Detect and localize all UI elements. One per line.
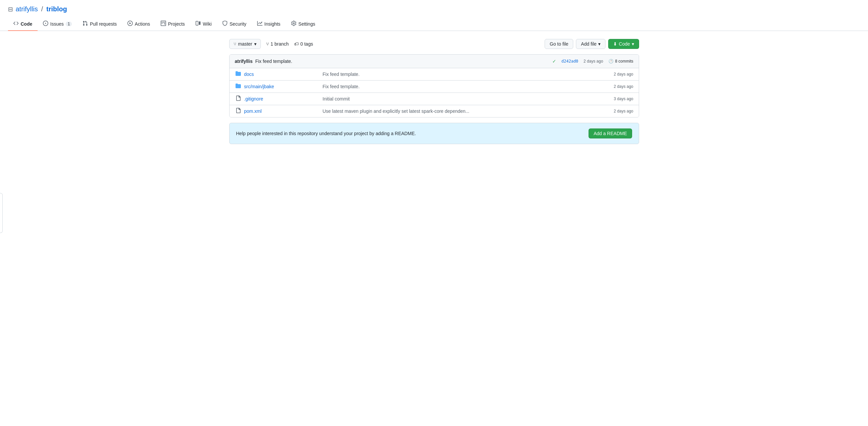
add-file-chevron-icon: ▾ — [598, 41, 600, 47]
commit-sha-link[interactable]: d242ad0 — [562, 59, 579, 64]
tag-count-link[interactable]: 🏷 0 tags — [294, 41, 313, 47]
file-time: 2 days ago — [593, 109, 633, 114]
commit-time: 2 days ago — [584, 59, 603, 64]
projects-tab-label: Projects — [168, 21, 185, 27]
projects-tab-icon — [161, 21, 166, 27]
chevron-down-icon: ▾ — [254, 41, 256, 47]
code-label: Code — [619, 41, 630, 47]
repo-owner-link[interactable]: atrifyllis — [16, 5, 38, 13]
pull-requests-tab-icon — [83, 21, 88, 27]
commits-count-link[interactable]: 🕐 8 commits — [609, 59, 633, 64]
table-row: .gitignore Initial commit 3 days ago — [229, 93, 639, 105]
file-time: 2 days ago — [593, 84, 633, 89]
tab-security[interactable]: Security — [217, 17, 252, 31]
file-icon — [235, 108, 242, 115]
file-commit-message: Fix feed template. — [317, 71, 593, 77]
folder-icon — [235, 83, 242, 90]
branch-selector[interactable]: ⑂ master ▾ — [229, 39, 261, 49]
security-tab-label: Security — [229, 21, 247, 27]
settings-tab-icon — [291, 21, 297, 27]
issues-tab-badge: 1 — [66, 22, 72, 26]
file-name-link[interactable]: docs — [244, 71, 317, 77]
security-tab-icon — [222, 21, 227, 27]
issues-tab-icon — [43, 21, 48, 27]
readme-banner-text: Help people interested in this repositor… — [236, 131, 416, 136]
code-tab-icon — [13, 21, 19, 27]
file-commit-message: Fix feed template. — [317, 84, 593, 89]
branch-icon: ⑂ — [234, 41, 236, 47]
wiki-tab-icon — [196, 21, 201, 27]
code-button[interactable]: ⬇ Code ▾ — [608, 39, 639, 49]
tab-code[interactable]: Code — [8, 17, 38, 31]
insights-tab-label: Insights — [265, 21, 280, 27]
file-time: 2 days ago — [593, 72, 633, 77]
actions-tab-label: Actions — [135, 21, 150, 27]
add-readme-button[interactable]: Add a README — [589, 128, 632, 139]
file-commit-message: Initial commit — [317, 96, 593, 101]
commit-message: Fix feed template. — [255, 59, 292, 64]
file-commit-message: Use latest maven plugin and explicitly s… — [317, 109, 593, 114]
repo-name-link[interactable]: triblog — [46, 5, 67, 13]
file-name-link[interactable]: pom.xml — [244, 109, 317, 114]
file-icon — [235, 95, 242, 102]
insights-tab-icon — [257, 21, 262, 27]
repo-toolbar: ⑂ master ▾ ⑂ 1 branch 🏷 0 tags Go to fil… — [229, 39, 639, 49]
branch-count-text: 1 branch — [271, 41, 288, 47]
readme-banner: Help people interested in this repositor… — [229, 123, 639, 144]
branch-count-link[interactable]: ⑂ 1 branch — [266, 41, 288, 47]
commit-header: atrifyllis Fix feed template. ✓ d242ad0 … — [229, 55, 639, 68]
commit-author[interactable]: atrifyllis — [235, 59, 253, 64]
code-tab-label: Code — [21, 21, 32, 27]
pull-requests-tab-label: Pull requests — [90, 21, 117, 27]
actions-tab-icon — [127, 21, 133, 27]
issues-tab-label: Issues — [50, 21, 64, 27]
commits-count-text: 8 commits — [615, 59, 633, 64]
table-row: src/main/jbake Fix feed template. 2 days… — [229, 81, 639, 93]
repo-separator: / — [41, 5, 43, 13]
file-name-link[interactable]: src/main/jbake — [244, 84, 317, 89]
add-file-label: Add file — [581, 41, 596, 47]
tab-pull-requests[interactable]: Pull requests — [77, 17, 122, 31]
repo-icon: ⊟ — [8, 6, 13, 13]
go-to-file-button[interactable]: Go to file — [545, 39, 573, 49]
file-time: 3 days ago — [593, 96, 633, 101]
folder-icon — [235, 71, 242, 78]
tab-issues[interactable]: Issues 1 — [38, 17, 77, 31]
add-file-button[interactable]: Add file ▾ — [576, 39, 606, 49]
tab-projects[interactable]: Projects — [155, 17, 190, 31]
branch-icon-small: ⑂ — [266, 41, 269, 47]
tab-wiki[interactable]: Wiki — [190, 17, 217, 31]
history-icon: 🕐 — [609, 59, 614, 64]
settings-tab-label: Settings — [299, 21, 315, 27]
table-row: pom.xml Use latest maven plugin and expl… — [229, 105, 639, 117]
tab-settings[interactable]: Settings — [286, 17, 321, 31]
check-icon: ✓ — [552, 59, 556, 64]
side-panel — [0, 193, 3, 233]
file-name-link[interactable]: .gitignore — [244, 96, 317, 101]
tag-icon: 🏷 — [294, 41, 299, 47]
tag-count-text: 0 tags — [301, 41, 313, 47]
file-table: atrifyllis Fix feed template. ✓ d242ad0 … — [229, 54, 639, 118]
code-icon: ⬇ — [613, 41, 617, 47]
tab-insights[interactable]: Insights — [252, 17, 286, 31]
wiki-tab-label: Wiki — [203, 21, 212, 27]
code-chevron-icon: ▾ — [632, 41, 634, 47]
tab-actions[interactable]: Actions — [122, 17, 155, 31]
branch-name: master — [238, 41, 252, 47]
table-row: docs Fix feed template. 2 days ago — [229, 68, 639, 81]
